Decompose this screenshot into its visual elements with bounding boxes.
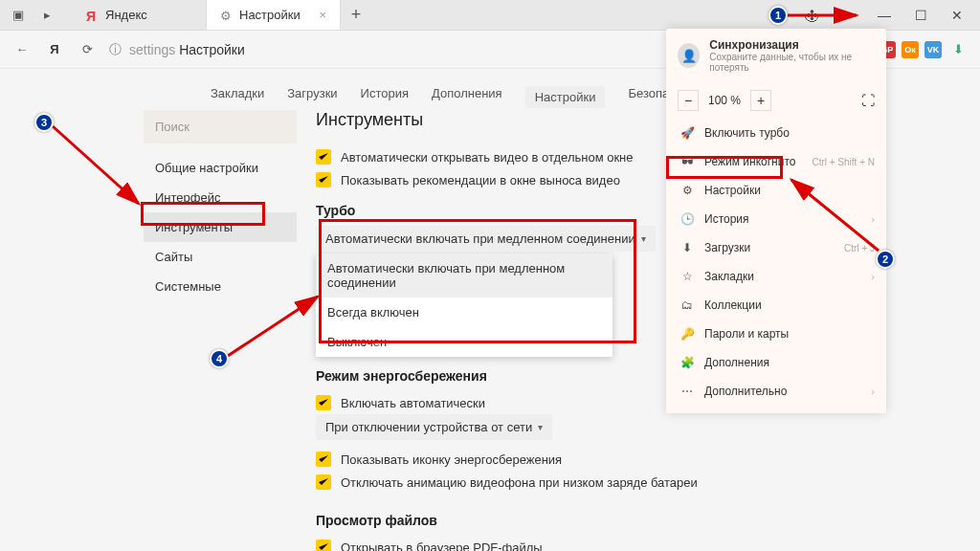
menu-settings[interactable]: ⚙Настройки (666, 176, 886, 205)
energy-select[interactable]: При отключении устройства от сети▾ (316, 414, 552, 440)
url-path: settings (129, 42, 175, 57)
annotation-marker: 1 (768, 6, 788, 25)
sidebar-item-interface[interactable]: Интерфейс (144, 183, 297, 212)
yandex-icon: Я (86, 9, 100, 22)
menu-addons[interactable]: 🧩Дополнения (666, 348, 886, 377)
menu-label: Коллекции (704, 298, 762, 312)
chevron-right-icon: › (871, 386, 875, 397)
lock-icon: ⓘ (109, 41, 122, 58)
tab-yandex[interactable]: Я Яндекс (73, 0, 207, 30)
menu-label: История (704, 212, 749, 226)
select-value: При отключении устройства от сети (325, 420, 532, 434)
yandex-logo-icon[interactable]: Я (44, 39, 65, 60)
chevron-right-icon: › (871, 271, 875, 282)
menu-label: Пароли и карты (704, 327, 789, 341)
sync-subtitle: Сохраните данные, чтобы их не потерять (709, 52, 875, 73)
files-heading: Просмотр файлов (316, 513, 852, 528)
menu-label: Загрузки (704, 241, 750, 254)
puzzle-icon: 🧩 (679, 355, 695, 370)
dropdown-option[interactable]: Автоматически включать при медленном сое… (316, 253, 612, 298)
zoom-out-button[interactable]: − (678, 90, 699, 111)
check-label: Открывать в браузере PDF-файлы (341, 540, 543, 552)
turbo-dropdown: Автоматически включать при медленном сое… (316, 253, 612, 357)
tab-label: Настройки (239, 8, 301, 22)
nav-downloads[interactable]: Загрузки (287, 86, 337, 108)
nav-history[interactable]: История (361, 86, 409, 108)
check-label: Показывать иконку энергосбережения (341, 452, 562, 467)
menu-history[interactable]: 🕒История› (666, 205, 886, 233)
titlebar: ▣ ▸ Я Яндекс ⚙ Настройки × + 🕁 ≡ — ☐ ✕ (0, 0, 980, 31)
new-tab-button[interactable]: + (341, 0, 371, 30)
back-icon[interactable]: ▸ (36, 5, 57, 26)
zoom-in-button[interactable]: + (750, 90, 771, 111)
sync-row[interactable]: 👤 Синхронизация Сохраните данные, чтобы … (666, 29, 886, 82)
gear-icon: ⚙ (679, 183, 695, 198)
panel-icon[interactable]: ▣ (8, 5, 29, 26)
sidebar-item-system[interactable]: Системные (144, 272, 297, 301)
ext-icon-vk[interactable]: VK (924, 41, 942, 58)
minimize-icon[interactable]: — (871, 2, 898, 29)
menu-label: Дополнения (704, 356, 769, 369)
menu-collections[interactable]: 🗂Коллекции (666, 291, 886, 320)
menu-passwords[interactable]: 🔑Пароли и карты (666, 320, 886, 348)
menu-label: Режим инкогнито (704, 155, 795, 168)
checkbox[interactable] (316, 149, 331, 165)
svg-line-3 (228, 297, 318, 356)
maximize-icon[interactable]: ☐ (907, 2, 934, 29)
zoom-row: − 100 % + ⛶ (666, 82, 886, 119)
close-window-icon[interactable]: ✕ (944, 2, 970, 29)
svg-line-2 (53, 126, 139, 204)
checkbox[interactable] (316, 395, 331, 410)
select-value: Автоматически включать при медленном сое… (325, 231, 635, 246)
sidebar-item-tools[interactable]: Инструменты (144, 212, 297, 242)
sidebar-item-sites[interactable]: Сайты (144, 242, 297, 272)
check-label: Отключать анимацию видеофона при низком … (341, 475, 698, 490)
menu-more[interactable]: ⋯Дополнительно› (666, 377, 886, 406)
bookmark-all-icon[interactable]: 🕁 (798, 2, 825, 29)
checkbox[interactable] (316, 474, 331, 490)
download-icon: ⬇ (679, 240, 695, 255)
chevron-down-icon: ▾ (538, 422, 543, 432)
fullscreen-icon[interactable]: ⛶ (861, 93, 875, 108)
main-menu-panel: 👤 Синхронизация Сохраните данные, чтобы … (666, 29, 886, 413)
check-label: Показывать рекомендации в окне выноса ви… (341, 173, 620, 187)
close-icon[interactable]: × (319, 8, 326, 22)
dropdown-option[interactable]: Всегда включен (316, 298, 612, 327)
nav-bookmarks[interactable]: Закладки (211, 86, 264, 108)
key-icon: 🔑 (679, 326, 695, 342)
chevron-right-icon: › (871, 213, 875, 225)
clock-icon: 🕒 (679, 211, 695, 227)
annotation-marker: 4 (210, 349, 229, 368)
turbo-select[interactable]: Автоматически включать при медленном сое… (316, 226, 656, 252)
checkbox[interactable] (316, 540, 331, 551)
check-label: Автоматически открывать видео в отдельно… (341, 150, 634, 165)
menu-label: Дополнительно (704, 385, 787, 398)
shortcut-hint: Ctrl + Shift + N (812, 157, 875, 167)
star-icon: ☆ (679, 269, 695, 284)
menu-downloads[interactable]: ⬇ЗагрузкиCtrl + J (666, 233, 886, 262)
download-icon[interactable]: ⬇ (947, 39, 969, 60)
dropdown-option[interactable]: Выключен (316, 327, 612, 357)
gear-icon: ⚙ (220, 9, 234, 22)
checkbox[interactable] (316, 172, 331, 187)
back-button[interactable]: ← (11, 39, 33, 60)
shortcut-hint: Ctrl + J (844, 243, 875, 253)
ext-icon-ok[interactable]: Ок (902, 41, 919, 58)
incognito-icon: 🕶 (679, 154, 695, 169)
hamburger-icon[interactable]: ≡ (835, 2, 861, 29)
sync-title: Синхронизация (709, 38, 875, 52)
menu-bookmarks[interactable]: ☆Закладки› (666, 262, 886, 291)
nav-settings[interactable]: Настройки (525, 86, 606, 108)
sidebar-search[interactable]: Поиск (144, 110, 297, 143)
checkbox[interactable] (316, 452, 331, 467)
tab-label: Яндекс (105, 8, 147, 22)
menu-turbo[interactable]: 🚀Включить турбо (666, 119, 886, 147)
menu-incognito[interactable]: 🕶Режим инкогнитоCtrl + Shift + N (666, 147, 886, 176)
tab-settings[interactable]: ⚙ Настройки × (207, 0, 341, 30)
annotation-marker: 3 (34, 113, 54, 132)
sidebar-item-general[interactable]: Общие настройки (144, 153, 297, 183)
collections-icon: 🗂 (679, 298, 695, 313)
more-icon: ⋯ (679, 384, 695, 399)
nav-addons[interactable]: Дополнения (432, 86, 502, 108)
reload-icon[interactable]: ⟳ (77, 39, 98, 60)
